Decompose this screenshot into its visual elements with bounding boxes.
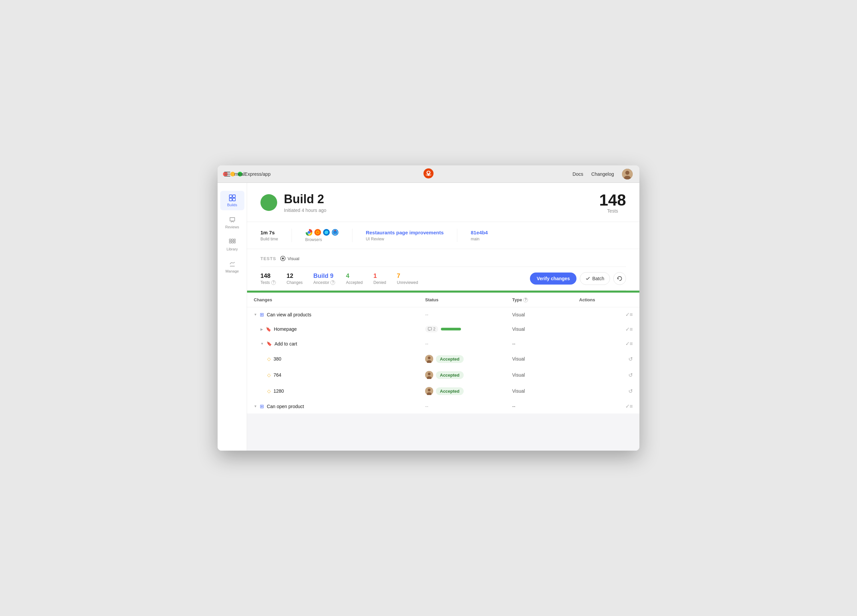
ancestor-info-icon[interactable]: ? [330, 280, 335, 285]
stat-denied-label: Denied [373, 280, 386, 285]
row-label: 1280 [274, 388, 284, 394]
row-name: ▼ 🔖 Add to cart [254, 341, 425, 347]
pr-link[interactable]: Restaurants page improvements [366, 230, 444, 235]
tests-section-title: TESTS [260, 256, 276, 261]
svg-rect-7 [229, 198, 232, 201]
collapse-icon[interactable]: ▼ [254, 404, 257, 408]
sidebar-item-builds[interactable]: Builds [220, 191, 244, 210]
diamond-icon: ◇ [267, 388, 271, 394]
expand-icon[interactable]: ▶ [260, 327, 263, 331]
pr-item: Restaurants page improvements UI Review [366, 230, 444, 241]
app-path: mealExpress/app [234, 172, 271, 177]
undo-icon[interactable]: ↺ [628, 356, 633, 362]
svg-rect-13 [232, 241, 233, 243]
status-progress-bar [441, 328, 461, 330]
total-info-icon[interactable]: ? [271, 280, 276, 285]
undo-icon[interactable]: ↺ [628, 372, 633, 378]
stat-denied-value: 1 [373, 272, 386, 280]
row-actions: ✓≡ [579, 403, 633, 409]
row-label: Add to cart [274, 341, 297, 347]
status-badge: Accepted [436, 355, 464, 363]
edge-icon [323, 229, 330, 236]
svg-point-34 [428, 373, 430, 375]
stat-unreviewed: 7 Unreviewed [397, 272, 418, 285]
comment-badge[interactable]: 2 [425, 326, 438, 333]
docs-link[interactable]: Docs [572, 172, 583, 177]
browsers-label: Browsers [305, 237, 339, 242]
topnav-right: Docs Changelog [572, 169, 633, 180]
svg-point-3 [625, 171, 630, 175]
commit-hash[interactable]: 81e4b4 [471, 230, 488, 235]
accept-menu-icon[interactable]: ✓≡ [625, 341, 633, 347]
meta-divider-2 [352, 229, 353, 242]
folder-icon: ⊞ [260, 403, 264, 409]
svg-rect-10 [232, 239, 233, 241]
safari-icon [331, 229, 339, 236]
row-name: ◇ 764 [254, 372, 425, 378]
page-icon: 🔖 [266, 327, 271, 332]
main-content: Build 2 Initiated 4 hours ago 148 Tests … [247, 183, 639, 450]
verify-changes-button[interactable]: Verify changes [530, 272, 577, 285]
user-avatar[interactable] [622, 169, 633, 180]
build-title: Build 2 [284, 192, 326, 206]
topnav-left: mealExpress/app [224, 172, 271, 177]
library-label: Library [227, 247, 238, 251]
stat-changes: 12 Changes [286, 272, 303, 285]
collapse-icon[interactable]: ▼ [260, 342, 264, 345]
undo-icon[interactable]: ↺ [628, 388, 633, 395]
accept-menu-icon[interactable]: ✓≡ [625, 311, 633, 318]
chrome-icon [305, 229, 312, 236]
svg-point-1 [427, 172, 430, 173]
topnav: mealExpress/app Docs Changelog [218, 166, 639, 183]
stat-total: 148 Tests ? [260, 272, 276, 285]
changelog-link[interactable]: Changelog [591, 172, 614, 177]
row-status: Accepted [425, 387, 512, 395]
accept-menu-icon[interactable]: ✓≡ [625, 326, 633, 333]
row-status: Accepted [425, 371, 512, 379]
stat-ancestor-value[interactable]: Build 9 [313, 272, 335, 280]
menu-icon[interactable] [224, 172, 230, 176]
svg-point-17 [308, 231, 310, 234]
col-type: Type ? [512, 297, 579, 302]
type-info-icon[interactable]: ? [523, 298, 528, 302]
pr-label: UI Review [366, 237, 444, 241]
batch-label: Batch [592, 276, 604, 281]
row-actions: ✓≡ [579, 341, 633, 347]
user-avatar-sm [425, 355, 433, 363]
row-type: Visual [512, 356, 579, 362]
meta-divider-3 [457, 229, 457, 242]
build-time-item: 1m 7s Build time [260, 230, 278, 241]
col-actions: Actions [579, 297, 633, 302]
stat-unreviewed-value: 7 [397, 272, 418, 280]
stat-accepted-value: 4 [346, 272, 362, 280]
diamond-icon: ◇ [267, 356, 271, 362]
sidebar-item-manage[interactable]: Manage [220, 257, 244, 277]
stat-denied: 1 Denied [373, 272, 386, 285]
svg-point-31 [428, 356, 430, 359]
row-label: Homepage [274, 327, 297, 332]
row-name: ▼ ⊞ Can open product [254, 403, 425, 409]
build-stats: 148 Tests [599, 192, 626, 214]
collapse-icon[interactable]: ▼ [254, 313, 257, 316]
visual-filter[interactable]: Visual [280, 256, 299, 261]
col-changes: Changes [254, 297, 425, 302]
stat-total-label: Tests ? [260, 280, 276, 285]
accept-menu-icon[interactable]: ✓≡ [625, 403, 633, 409]
batch-button[interactable]: Batch [580, 272, 610, 285]
sidebar-item-library[interactable]: Library [220, 235, 244, 254]
page-icon: 🔖 [266, 341, 272, 346]
stat-changes-label: Changes [286, 280, 303, 285]
user-avatar-sm [425, 387, 433, 395]
refresh-button[interactable] [613, 272, 626, 285]
sidebar-item-reviews[interactable]: Reviews [220, 213, 244, 232]
row-actions: ✓≡ [579, 326, 633, 333]
col-status: Status [425, 297, 512, 302]
stat-accepted: 4 Accepted [346, 272, 362, 285]
meta-divider-1 [292, 229, 292, 242]
svg-rect-28 [428, 327, 432, 330]
firefox-icon [314, 229, 321, 236]
table-row: ◇ 380 Accepted Visual ↺ [247, 351, 639, 367]
stat-accepted-label: Accepted [346, 280, 362, 285]
visual-label: Visual [288, 256, 299, 261]
tests-header: TESTS Visual [260, 249, 626, 267]
